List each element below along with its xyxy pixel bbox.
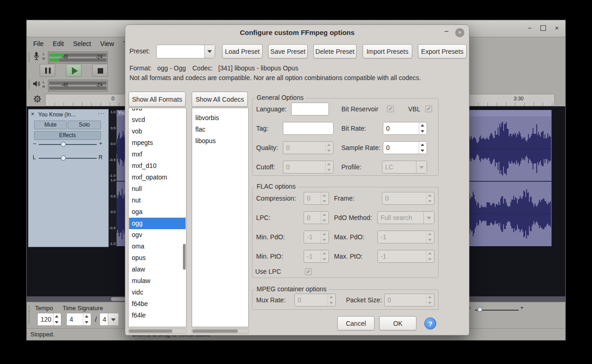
use-lpc-checkbox[interactable]: ✓: [305, 268, 312, 275]
ok-button[interactable]: OK: [379, 316, 416, 330]
minimize-icon[interactable]: −: [528, 24, 532, 32]
spinner-arrows[interactable]: [419, 122, 427, 134]
spinner-arrows[interactable]: [325, 161, 333, 173]
solo-button[interactable]: Solo: [68, 121, 101, 129]
max-pdo-spinner[interactable]: -1: [377, 231, 434, 243]
pan-slider[interactable]: [39, 158, 97, 159]
gain-slider-thumb[interactable]: [61, 142, 66, 147]
menu-item[interactable]: Select: [69, 39, 96, 49]
spinner-arrows[interactable]: [325, 142, 333, 154]
play-button[interactable]: [66, 64, 82, 77]
show-all-formats-button[interactable]: Show All Formats: [129, 92, 186, 107]
track-close-icon[interactable]: ×: [31, 110, 35, 117]
format-list-item[interactable]: vob: [129, 126, 186, 137]
playback-meter[interactable]: -48 -24: [48, 80, 108, 92]
spinner-arrows[interactable]: [419, 142, 427, 154]
codec-list-item[interactable]: libopus: [193, 135, 248, 147]
spinner-arrows[interactable]: [321, 231, 328, 243]
menu-item[interactable]: Edit: [48, 39, 69, 49]
close-icon[interactable]: ×: [555, 24, 559, 32]
format-list-item[interactable]: mpegts: [129, 137, 186, 149]
maximize-icon[interactable]: [540, 25, 546, 31]
help-button[interactable]: ?: [424, 318, 436, 329]
format-list-item[interactable]: mxf_opatom: [129, 172, 186, 183]
format-list-item[interactable]: ogg: [129, 218, 186, 229]
format-list-scrollbar[interactable]: [183, 244, 186, 270]
cutoff-spinner[interactable]: 0: [283, 161, 334, 173]
gain-slider[interactable]: [39, 144, 97, 145]
preset-combo[interactable]: [156, 45, 215, 58]
spinner-arrows[interactable]: [321, 212, 328, 224]
spinner-arrows[interactable]: [426, 192, 434, 204]
format-list[interactable]: dvdsvcdvobmpegtsmxfmxf_d10mxf_opatomnull…: [128, 108, 187, 327]
toolbar-grip[interactable]: [28, 52, 30, 63]
format-list-hscrollbar[interactable]: [128, 329, 187, 334]
format-list-item[interactable]: mxf_d10: [129, 160, 186, 172]
toolbar-grip[interactable]: [28, 79, 30, 90]
load-preset-button[interactable]: Load Preset: [222, 44, 263, 58]
pdo-method-combo[interactable]: Full search: [377, 211, 434, 224]
format-list-item[interactable]: alaw: [129, 264, 186, 275]
menu-item[interactable]: View: [96, 39, 119, 49]
speed-plus-label[interactable]: +: [520, 304, 524, 311]
profile-combo[interactable]: LC: [382, 161, 427, 173]
codec-list[interactable]: libvorbisflaclibopus: [192, 108, 249, 327]
tag-input[interactable]: [283, 122, 334, 135]
frame-spinner[interactable]: 0: [382, 192, 434, 205]
gear-icon[interactable]: [33, 94, 42, 105]
format-list-item[interactable]: mxf: [129, 149, 186, 160]
combo-arrow-icon[interactable]: [204, 45, 215, 58]
format-list-item[interactable]: vidc: [129, 287, 186, 298]
bit-reservoir-checkbox[interactable]: ✓: [387, 105, 394, 112]
packet-size-spinner[interactable]: 0: [384, 294, 434, 306]
codec-list-item[interactable]: libvorbis: [193, 112, 248, 124]
pause-button[interactable]: [40, 64, 55, 77]
menu-item[interactable]: File: [29, 39, 48, 49]
format-list-item[interactable]: dvd: [129, 109, 186, 114]
format-list-item[interactable]: nut: [129, 195, 186, 206]
mux-rate-spinner[interactable]: 0: [294, 294, 336, 306]
toolbar-grip[interactable]: [28, 305, 30, 324]
bit-rate-spinner[interactable]: 0: [383, 122, 427, 135]
format-list-item[interactable]: ogv: [129, 229, 186, 241]
dialog-minimize-icon[interactable]: −: [444, 27, 449, 36]
import-presets-button[interactable]: Import Presets: [363, 44, 412, 58]
cancel-button[interactable]: Cancel: [337, 316, 375, 330]
format-list-item[interactable]: svcd: [129, 114, 186, 126]
effects-button[interactable]: Effects: [34, 131, 101, 140]
spinner-arrows[interactable]: [83, 313, 91, 325]
format-list-item[interactable]: oga: [129, 206, 186, 218]
play-speed-thumb[interactable]: [477, 307, 482, 312]
track-menu-icon[interactable]: ···: [98, 110, 105, 116]
recording-meter[interactable]: -48 -24: [48, 52, 108, 64]
language-input[interactable]: [291, 103, 329, 116]
min-pdo-spinner[interactable]: -1: [304, 231, 329, 243]
lpc-spinner[interactable]: 0: [304, 211, 329, 224]
format-list-item[interactable]: f64be: [129, 298, 186, 310]
delete-preset-button[interactable]: Delete Preset: [313, 44, 357, 58]
stop-button[interactable]: [92, 64, 108, 77]
track-name[interactable]: You Know (In...: [38, 111, 76, 118]
spinner-arrows[interactable]: [426, 250, 434, 262]
codec-list-hscrollbar[interactable]: [192, 329, 249, 334]
compression-spinner[interactable]: 0: [304, 192, 329, 205]
codec-list-item[interactable]: flac: [193, 124, 248, 135]
dialog-close-icon[interactable]: ×: [455, 28, 464, 37]
format-list-item[interactable]: f64le: [129, 310, 186, 321]
format-list-item[interactable]: oma: [129, 241, 186, 252]
format-list-item[interactable]: mulaw: [129, 275, 186, 287]
min-pto-spinner[interactable]: -1: [304, 250, 329, 263]
show-all-codecs-button[interactable]: Show All Codecs: [192, 92, 248, 107]
time-signature-lower-combo[interactable]: 4: [100, 313, 119, 326]
microphone-icon[interactable]: [33, 52, 40, 64]
max-pto-spinner[interactable]: -1: [377, 250, 434, 263]
spinner-arrows[interactable]: [426, 294, 434, 306]
pan-slider-thumb[interactable]: [61, 156, 66, 161]
speaker-icon[interactable]: [32, 80, 41, 90]
format-list-item[interactable]: opus: [129, 252, 186, 264]
time-signature-upper-spinner[interactable]: 4: [66, 313, 91, 326]
spinner-arrows[interactable]: [321, 192, 328, 204]
format-list-item[interactable]: null: [129, 183, 186, 195]
spinner-arrows[interactable]: [321, 250, 328, 262]
spinner-arrows[interactable]: [426, 231, 434, 243]
